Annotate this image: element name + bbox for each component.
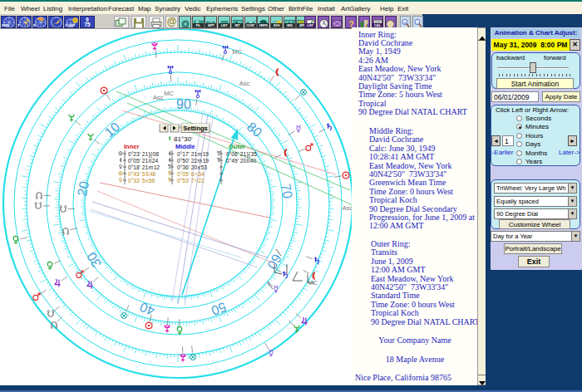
svg-text:0°50' 22 m 19: 0°50' 22 m 19 (177, 158, 209, 164)
svg-text:0°53' 7 = 22: 0°53' 7 = 22 (177, 178, 205, 184)
svg-text:0°33' 5 x 56: 0°33' 5 x 56 (128, 178, 155, 184)
svg-text:Asc: Asc (153, 94, 164, 101)
svg-text:70: 70 (279, 183, 295, 200)
svg-text:10: 10 (102, 120, 123, 140)
svg-text:0°17' 21 m 19: 0°17' 21 m 19 (177, 151, 209, 157)
svg-text:0°36' 20 x 53: 0°36' 20 x 53 (177, 164, 207, 170)
svg-text:0°06' 21 }{ 35: 0°06' 21 }{ 35 (226, 151, 257, 158)
svg-text:Asc: Asc (239, 80, 250, 87)
svg-text:0°43' 5 S 48: 0°43' 5 S 48 (128, 171, 156, 177)
svg-text:+: + (403, 20, 406, 25)
svg-text:0°23' 21 }{ 08: 0°23' 21 }{ 08 (128, 151, 159, 158)
svg-text:-: - (417, 20, 418, 25)
svg-text:40: 40 (138, 300, 157, 318)
svg-text:0°18' 21 m 12: 0°18' 21 m 12 (128, 164, 160, 170)
svg-text:30: 30 (84, 250, 104, 270)
svg-text:80: 80 (244, 120, 265, 140)
svg-text:0°49' 20 II 40: 0°49' 20 II 40 (226, 158, 256, 164)
svg-text:MC: MC (232, 48, 242, 56)
svg-text:MC: MC (164, 90, 174, 97)
svg-text:20: 20 (75, 180, 91, 198)
svg-text:90: 90 (176, 97, 191, 111)
svg-text:81°30': 81°30' (174, 135, 193, 143)
svg-text:Middle: Middle (175, 143, 195, 150)
svg-text:MC: MC (308, 279, 318, 287)
svg-text:Settings: Settings (183, 125, 208, 132)
svg-text:Inner: Inner (124, 143, 139, 150)
svg-text:Outer: Outer (229, 143, 245, 150)
svg-text:0°05' 6 = 34: 0°05' 6 = 34 (177, 171, 205, 177)
svg-text:0°05' 21 II 24: 0°05' 21 II 24 (128, 158, 158, 164)
